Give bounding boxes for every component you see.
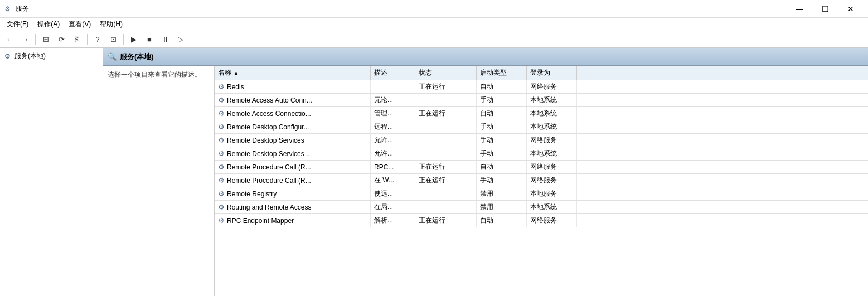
cell-desc <box>371 80 415 93</box>
info-panel-text: 选择一个项目来查看它的描述。 <box>108 71 201 79</box>
cell-startup: 自动 <box>477 107 527 120</box>
toolbar: ← → ⊞ ⟳ ⎘ ? ⊡ ▶ ■ ⏸ ▷ <box>0 31 868 48</box>
close-button[interactable]: ✕ <box>838 0 864 18</box>
maximize-button[interactable]: ☐ <box>812 0 838 18</box>
cell-name: ⚙Remote Procedure Call (R... <box>215 161 371 173</box>
gear-icon: ⚙ <box>218 190 225 198</box>
cell-status: 正在运行 <box>415 174 477 187</box>
cell-startup: 禁用 <box>477 187 527 200</box>
cell-startup: 手动 <box>477 134 527 147</box>
pause-button[interactable]: ⏸ <box>158 33 172 46</box>
menu-view[interactable]: 查看(V) <box>64 18 95 30</box>
cell-desc: 在 W... <box>371 174 415 187</box>
cell-name: ⚙RPC Endpoint Mapper <box>215 214 371 227</box>
menu-action[interactable]: 操作(A) <box>33 18 64 30</box>
cell-status <box>415 201 477 213</box>
cell-logon: 网络服务 <box>527 80 577 93</box>
table-row[interactable]: ⚙Remote Registry使远...禁用本地服务 <box>215 187 868 201</box>
cell-logon: 网络服务 <box>527 134 577 147</box>
cell-status: 正在运行 <box>415 214 477 227</box>
cell-name: ⚙Redis <box>215 80 371 93</box>
cell-logon: 本地系统 <box>527 120 577 133</box>
table-row[interactable]: ⚙Routing and Remote Access在局...禁用本地系统 <box>215 201 868 214</box>
gear-icon: ⚙ <box>218 216 225 225</box>
cell-logon: 网络服务 <box>527 214 577 227</box>
services-panel: 名称 ▲ 描述 状态 启动类型 登录为 <box>215 66 868 296</box>
forward-button[interactable]: → <box>18 33 32 46</box>
cell-status: 正在运行 <box>415 107 477 120</box>
cell-desc: 允许... <box>371 134 415 147</box>
start-button[interactable]: ▶ <box>127 33 141 46</box>
app-icon: ⚙ <box>4 5 12 13</box>
cell-logon: 网络服务 <box>527 161 577 173</box>
show-hide-button[interactable]: ⊞ <box>38 33 53 46</box>
cell-name: ⚙Remote Desktop Services <box>215 134 371 147</box>
cell-desc: 解析... <box>371 214 415 227</box>
export-button[interactable]: ⎘ <box>70 33 84 46</box>
services-icon: ⚙ <box>4 52 12 60</box>
title-controls: — ☐ ✕ <box>787 0 864 18</box>
cell-logon: 本地系统 <box>527 147 577 160</box>
col-scrollbar-filler <box>577 66 588 80</box>
gear-icon: ⚙ <box>218 136 225 144</box>
cell-startup: 手动 <box>477 147 527 160</box>
col-status[interactable]: 状态 <box>415 66 477 80</box>
content-body: 选择一个项目来查看它的描述。 名称 ▲ 描述 状态 <box>103 66 868 296</box>
cell-status <box>415 147 477 160</box>
col-logon[interactable]: 登录为 <box>527 66 577 80</box>
cell-filler <box>577 174 588 187</box>
table-row[interactable]: ⚙Remote Desktop Services ...允许...手动本地系统 <box>215 147 868 161</box>
info-panel: 选择一个项目来查看它的描述。 <box>103 66 215 296</box>
cell-startup: 禁用 <box>477 201 527 213</box>
cell-filler <box>577 94 588 106</box>
table-row[interactable]: ⚙RPC Endpoint Mapper解析...正在运行自动网络服务 <box>215 214 868 227</box>
cell-filler <box>577 201 588 213</box>
content-header-title: 服务(本地) <box>120 52 154 62</box>
stop-button[interactable]: ■ <box>142 33 157 46</box>
gear-icon: ⚙ <box>218 149 225 158</box>
cell-name: ⚙Remote Procedure Call (R... <box>215 174 371 187</box>
cell-status <box>415 187 477 200</box>
sidebar-item-services[interactable]: ⚙ 服务(本地) <box>2 50 100 62</box>
minimize-button[interactable]: — <box>787 0 812 18</box>
cell-startup: 自动 <box>477 80 527 93</box>
cell-desc: 允许... <box>371 147 415 160</box>
gear-icon: ⚙ <box>218 96 225 104</box>
restart-button[interactable]: ▷ <box>173 33 188 46</box>
cell-startup: 自动 <box>477 161 527 173</box>
gear-icon: ⚙ <box>218 176 225 185</box>
table-body[interactable]: ⚙Redis正在运行自动网络服务⚙Remote Access Auto Conn… <box>215 80 868 296</box>
table-row[interactable]: ⚙Remote Procedure Call (R...在 W...正在运行手动… <box>215 174 868 187</box>
col-desc[interactable]: 描述 <box>371 66 415 80</box>
cell-desc: 在局... <box>371 201 415 213</box>
col-name[interactable]: 名称 ▲ <box>215 66 371 80</box>
menu-bar: 文件(F) 操作(A) 查看(V) 帮助(H) <box>0 18 868 31</box>
cell-desc: RPC... <box>371 161 415 173</box>
menu-help[interactable]: 帮助(H) <box>95 18 127 30</box>
sidebar: ⚙ 服务(本地) <box>0 48 103 296</box>
cell-startup: 手动 <box>477 120 527 133</box>
cell-name: ⚙Remote Access Connectio... <box>215 107 371 120</box>
menu-file[interactable]: 文件(F) <box>2 18 33 30</box>
table-row[interactable]: ⚙Remote Procedure Call (R...RPC...正在运行自动… <box>215 161 868 174</box>
cell-name: ⚙Routing and Remote Access <box>215 201 371 213</box>
gear-icon: ⚙ <box>218 83 225 91</box>
gear-icon: ⚙ <box>218 203 225 211</box>
refresh-button[interactable]: ⟳ <box>54 33 69 46</box>
cell-name: ⚙Remote Desktop Services ... <box>215 147 371 160</box>
cell-desc: 无论... <box>371 94 415 106</box>
cell-startup: 自动 <box>477 214 527 227</box>
back-button[interactable]: ← <box>2 33 17 46</box>
table-row[interactable]: ⚙Remote Access Auto Conn...无论...手动本地系统 <box>215 94 868 107</box>
table-row[interactable]: ⚙Redis正在运行自动网络服务 <box>215 80 868 94</box>
table-row[interactable]: ⚙Remote Desktop Configur...远程...手动本地系统 <box>215 120 868 134</box>
col-startup[interactable]: 启动类型 <box>477 66 527 80</box>
content-area: 🔍 服务(本地) 选择一个项目来查看它的描述。 名称 ▲ 描述 <box>103 48 868 296</box>
cell-filler <box>577 187 588 200</box>
properties-button[interactable]: ⊡ <box>106 33 120 46</box>
cell-startup: 手动 <box>477 94 527 106</box>
table-row[interactable]: ⚙Remote Desktop Services允许...手动网络服务 <box>215 134 868 147</box>
cell-filler <box>577 214 588 227</box>
help-button[interactable]: ? <box>90 33 105 46</box>
table-row[interactable]: ⚙Remote Access Connectio...管理...正在运行自动本地… <box>215 107 868 120</box>
